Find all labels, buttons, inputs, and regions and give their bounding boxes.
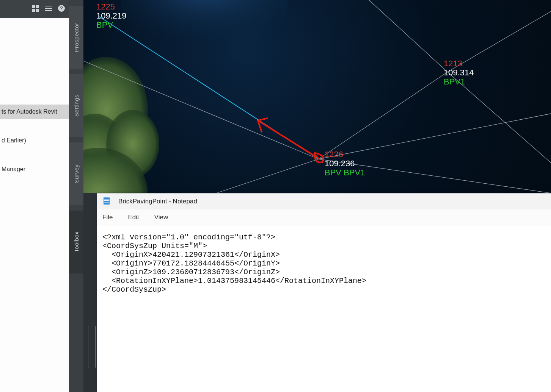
svg-rect-5 <box>45 8 52 9</box>
tree-row[interactable] <box>0 76 69 90</box>
svg-rect-24 <box>104 198 110 205</box>
tab-settings[interactable]: Settings <box>69 74 83 137</box>
svg-line-20 <box>356 0 447 72</box>
notepad-textarea[interactable]: <?xml version="1.0" encoding="utf-8"?> <… <box>97 225 551 301</box>
svg-rect-27 <box>104 202 109 203</box>
tree-row[interactable]: Manager <box>0 162 69 176</box>
svg-line-17 <box>319 159 551 193</box>
drawing-viewport[interactable]: 1225 109.219 BPV 1213 109.314 BPV1 1226 … <box>83 0 551 193</box>
svg-line-18 <box>216 159 319 193</box>
svg-line-15 <box>319 72 447 159</box>
svg-rect-25 <box>104 199 109 200</box>
svg-line-21 <box>447 72 551 163</box>
menu-view[interactable]: View <box>154 214 168 221</box>
tree-row[interactable]: d Earlier) <box>0 133 69 148</box>
tree-row[interactable] <box>0 90 69 105</box>
tab-toolbox[interactable]: Toolbox <box>69 211 83 273</box>
svg-line-16 <box>319 114 551 159</box>
tree-row[interactable] <box>0 18 69 33</box>
svg-rect-2 <box>32 9 35 12</box>
notepad-menubar: File Edit View <box>97 209 551 225</box>
notepad-title-text: BrickPavingPoint - Notepad <box>118 198 197 205</box>
list-icon[interactable] <box>45 5 52 14</box>
tree-row-selected[interactable]: ts for Autodesk Revit <box>0 105 69 119</box>
toolspace-rail: Prospector Settings Survey Toolbox <box>69 0 83 392</box>
svg-rect-28 <box>104 197 110 198</box>
layout-icon[interactable] <box>32 5 39 14</box>
svg-rect-26 <box>104 200 109 201</box>
menu-file[interactable]: File <box>102 214 113 221</box>
tree-header: ? <box>0 0 69 18</box>
menu-edit[interactable]: Edit <box>128 214 139 221</box>
tree-body[interactable]: ts for Autodesk Revit d Earlier) Manager <box>0 18 69 392</box>
svg-rect-6 <box>45 10 52 11</box>
tree-row[interactable] <box>0 33 69 47</box>
svg-rect-4 <box>45 6 52 6</box>
aerial-background <box>83 0 551 193</box>
tree-row[interactable] <box>0 148 69 162</box>
tree-row[interactable] <box>0 47 69 61</box>
tab-survey[interactable]: Survey <box>69 142 83 205</box>
svg-text:?: ? <box>60 5 63 11</box>
toolspace-tree-panel: ? ts for Autodesk Revit d Earlier) Manag… <box>0 0 69 392</box>
tree-row[interactable] <box>0 119 69 133</box>
tree-row[interactable] <box>0 61 69 76</box>
svg-point-9 <box>121 0 288 45</box>
notepad-icon <box>103 197 110 207</box>
notepad-titlebar[interactable]: BrickPavingPoint - Notepad <box>97 194 551 209</box>
svg-rect-1 <box>36 5 39 8</box>
tab-prospector[interactable]: Prospector <box>69 6 83 69</box>
svg-rect-0 <box>32 5 35 8</box>
notepad-window: BrickPavingPoint - Notepad File Edit Vie… <box>97 193 551 392</box>
svg-line-23 <box>258 120 315 156</box>
help-icon[interactable]: ? <box>58 5 65 14</box>
svg-rect-3 <box>36 9 39 12</box>
svg-line-19 <box>447 11 551 72</box>
